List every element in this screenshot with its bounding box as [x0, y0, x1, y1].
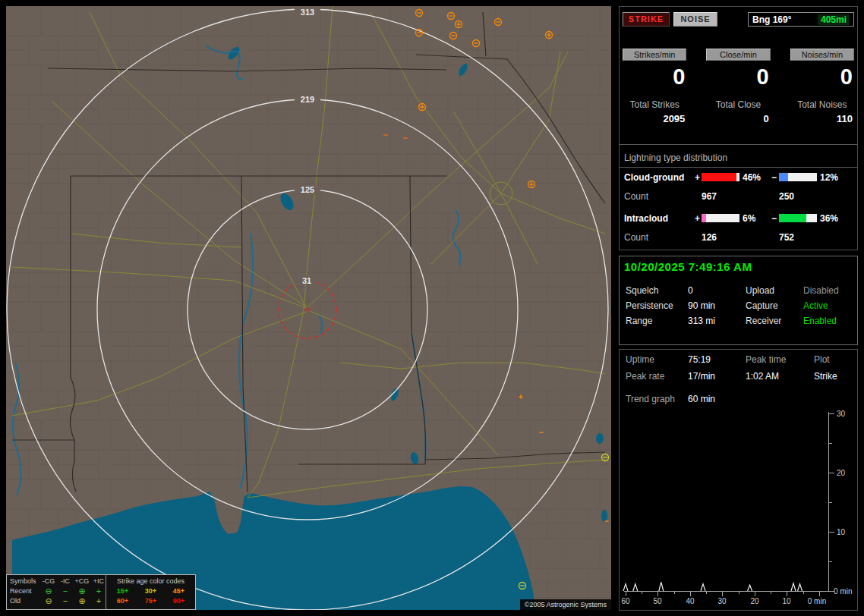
minus-sign: − [771, 172, 777, 183]
x-tick-30: 30 [717, 597, 727, 605]
recent-minus-icon: − [57, 587, 74, 596]
age-60: 60+ [109, 596, 137, 606]
age-15: 15+ [109, 586, 137, 596]
ring-label-125: 125 [301, 185, 314, 194]
x-tick-40: 40 [686, 597, 695, 605]
legend-col-pos-cg: +CG [74, 577, 90, 586]
age-90: 90+ [165, 596, 193, 606]
plot-value: Strike [814, 371, 837, 382]
divider [620, 144, 857, 145]
ic-negative-count: 752 [779, 232, 794, 243]
y-tick-30: 30 [837, 410, 846, 418]
y-tick-10: 10 [837, 528, 846, 536]
legend-col-neg-cg: -CG [40, 577, 57, 586]
distribution-title: Lightning type distribution [624, 152, 727, 163]
ic-negative-percent: 36% [820, 213, 838, 224]
status-section: 10/20/2025 7:49:16 AM Squelch 0 Upload D… [619, 256, 858, 345]
cg-positive-percent: 46% [743, 172, 761, 183]
trend-graph-label: Trend graph [626, 394, 675, 404]
intracloud-label: Intracloud [624, 213, 668, 224]
plot-label: Plot [814, 354, 830, 365]
count-label: Count [624, 232, 648, 243]
total-values-row: 2095 0 110 [623, 113, 854, 124]
trend-graph: 30 20 10 0 min 60 50 40 30 20 10 0 min [621, 407, 856, 609]
minus-sign: − [771, 213, 777, 224]
close-per-min-value: 0 [706, 64, 770, 89]
peak-rate-value: 17/min [688, 371, 715, 382]
cg-negative-percent: 12% [820, 172, 838, 183]
persistence-label: Persistence [626, 300, 673, 311]
receiver-status: Enabled [803, 316, 837, 326]
cg-negative-bar [779, 173, 817, 181]
x-tick-0: 0 min [808, 597, 826, 605]
status-row: Persistence 90 min Capture Active [620, 300, 857, 313]
recent-plus-icon: + [90, 587, 107, 596]
noises-per-min-button[interactable]: Noises/min [790, 49, 854, 61]
cg-positive-count: 967 [702, 191, 717, 202]
old-plus-icon: + [90, 597, 107, 605]
side-panel: STRIKE NOISE Bng 169° 405mi Strikes/min … [619, 6, 858, 611]
session-row: Uptime 75:19 Peak time Plot [620, 354, 857, 366]
persistence-value: 90 min [688, 300, 715, 311]
y-tick-0: 0 min [834, 587, 852, 596]
bearing-range-display: Bng 169° 405mi [748, 12, 854, 27]
ic-positive-percent: 6% [743, 213, 755, 224]
trend-tick-labels: 30 20 10 0 min 60 50 40 30 20 10 0 min [621, 410, 852, 605]
uptime-value: 75:19 [688, 354, 711, 365]
total-strikes-label: Total Strikes [623, 99, 686, 110]
cg-positive-bar [702, 173, 739, 181]
plus-sign: + [695, 172, 700, 183]
divider [620, 167, 857, 168]
app-window: { "map": { "copyright": "©2005 Astrogeni… [0, 0, 864, 616]
recent-circle-plus-icon: ⊕ [74, 587, 90, 596]
ring-label-31: 31 [302, 276, 311, 285]
legend-old-label: Old [10, 596, 40, 606]
old-circle-plus-icon: ⊕ [74, 597, 90, 605]
uptime-label: Uptime [626, 354, 654, 365]
noises-per-min-value: 0 [790, 64, 854, 89]
trend-chart-canvas: 30 20 10 0 min 60 50 40 30 20 10 0 min [621, 407, 856, 609]
ic-negative-bar [779, 214, 817, 222]
ring-label-219: 219 [301, 95, 314, 104]
plus-sign: + [695, 213, 700, 224]
legend-symbols: Symbols -CG -IC +CG +IC Recent ⊖ − ⊕ + O… [7, 575, 106, 609]
capture-label: Capture [746, 300, 778, 311]
rates-section: STRIKE NOISE Bng 169° 405mi Strikes/min … [619, 6, 858, 250]
mode-header-row: STRIKE NOISE Bng 169° 405mi [623, 12, 854, 27]
recent-circle-minus-icon: ⊖ [40, 587, 57, 596]
legend-col-neg-ic: -IC [57, 577, 74, 586]
old-minus-icon: − [57, 597, 74, 605]
peak-rate-label: Peak rate [626, 371, 664, 382]
trend-window-value: 60 min [688, 394, 715, 404]
cloud-ground-row: Cloud-ground + 46% − 12% [620, 172, 857, 183]
map-legend: Symbols -CG -IC +CG +IC Recent ⊖ − ⊕ + O… [6, 574, 196, 610]
total-strikes-value: 2095 [623, 113, 686, 124]
x-tick-20: 20 [750, 597, 759, 605]
old-circle-minus-icon: ⊖ [40, 597, 57, 605]
peak-time-label: Peak time [746, 354, 786, 365]
total-noises-value: 110 [790, 113, 854, 124]
age-45: 45+ [165, 586, 193, 596]
total-labels-row: Total Strikes Total Close Total Noises [623, 99, 854, 110]
close-per-min-button[interactable]: Close/min [706, 49, 770, 61]
rate-buttons-row: Strikes/min Close/min Noises/min [623, 49, 854, 61]
bearing-value: Bng 169° [752, 14, 812, 25]
range-setting-value: 313 mi [688, 316, 715, 326]
x-tick-10: 10 [782, 597, 791, 605]
cloud-ground-label: Cloud-ground [624, 172, 684, 183]
ring-label-313: 313 [301, 8, 314, 17]
age-30: 30+ [137, 586, 165, 596]
squelch-value: 0 [688, 285, 693, 296]
noise-mode-button[interactable]: NOISE [673, 12, 717, 27]
strike-mode-button[interactable]: STRIKE [623, 12, 670, 27]
x-tick-50: 50 [653, 597, 662, 605]
radar-map[interactable]: 313 219 125 31 Symbols -CG -IC +CG +IC R… [6, 6, 611, 610]
strikes-per-min-value: 0 [623, 64, 686, 89]
legend-age-codes: Strike age color codes 15+ 30+ 45+ 60+ 7… [106, 575, 195, 609]
strikes-per-min-button[interactable]: Strikes/min [623, 49, 686, 61]
legend-col-pos-ic: +IC [90, 577, 107, 586]
cg-negative-count: 250 [779, 191, 794, 202]
total-noises-label: Total Noises [790, 99, 854, 110]
session-row: Peak rate 17/min 1:02 AM Strike [620, 371, 857, 383]
x-tick-60: 60 [621, 597, 630, 605]
